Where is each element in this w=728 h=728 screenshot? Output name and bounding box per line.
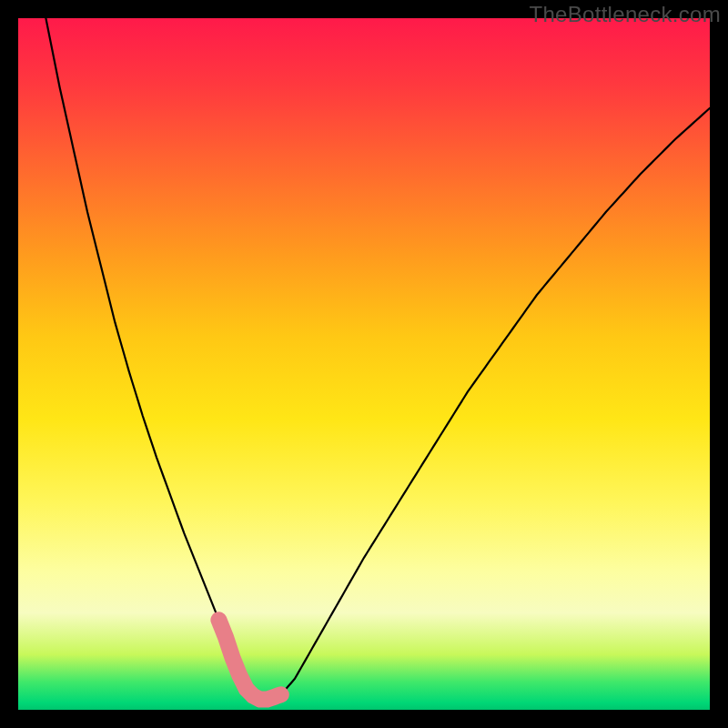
bottleneck-curve (46, 18, 710, 700)
bottleneck-marker-segment (218, 620, 280, 699)
chart-frame (18, 18, 710, 710)
bottleneck-chart (18, 18, 710, 710)
